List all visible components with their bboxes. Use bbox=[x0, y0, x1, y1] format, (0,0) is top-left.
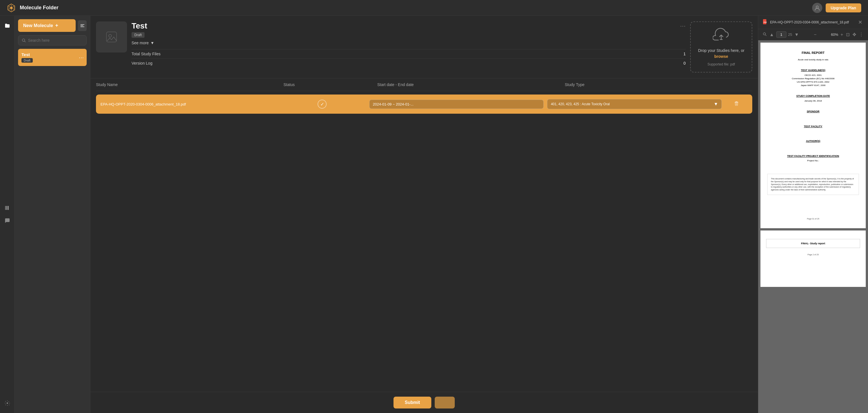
plus-icon: + bbox=[55, 23, 58, 29]
sidebar-item-settings[interactable] bbox=[2, 398, 13, 409]
study-type-text: 401, 420, 423, 425 : Acute Toxicity Oral bbox=[551, 102, 712, 106]
pdf-page-total: 25 bbox=[788, 32, 792, 37]
study-title: Test bbox=[131, 22, 147, 30]
pdf-p1-page-num: Page 01 of 25 bbox=[767, 218, 859, 221]
molecule-name: Test bbox=[22, 52, 83, 57]
pdf-zoom-level: 60% bbox=[831, 32, 838, 37]
chevron-down-icon: ▼ bbox=[151, 41, 154, 45]
pdf-close-button[interactable]: ✕ bbox=[857, 19, 864, 26]
row-filename: EPA-HQ-OPPT-2020-0304-0006_attachment_18… bbox=[100, 102, 275, 106]
pdf-zoom-out-button[interactable]: − bbox=[813, 32, 817, 38]
svg-line-4 bbox=[9, 6, 10, 7]
col-header-status: Status bbox=[283, 83, 377, 87]
study-stats: Total Study Files 1 Version Log 0 bbox=[131, 49, 686, 68]
app-header: Molecule Folder Upgrade Plan bbox=[0, 0, 868, 16]
stat-files-value: 1 bbox=[683, 52, 686, 56]
logo-icon bbox=[7, 3, 16, 12]
dropdown-arrow-icon[interactable]: ▼ bbox=[714, 101, 718, 107]
file-drop-zone[interactable]: Drop your Studies here, or browse Suppor… bbox=[690, 22, 752, 72]
pdf-page-2: FINAL- Study report Page 2 of 25 bbox=[761, 230, 866, 287]
search-input[interactable] bbox=[28, 38, 83, 42]
pdf-file-icon: PDF bbox=[762, 19, 768, 26]
main-layout: New Molecule + Test Draft ⋯ bbox=[0, 16, 868, 413]
svg-point-13 bbox=[22, 39, 25, 41]
sidebar-toggle-button[interactable] bbox=[78, 20, 87, 31]
pdf-p1-completion-heading: STUDY COMPLETION DATE bbox=[767, 94, 859, 98]
molecule-list-item[interactable]: Test Draft ⋯ bbox=[18, 49, 87, 66]
pdf-fit-button[interactable]: ⊡ bbox=[845, 31, 850, 38]
sidebar-item-folder[interactable] bbox=[2, 20, 13, 31]
study-draft-badge: Draft bbox=[131, 32, 145, 38]
pdf-nav-bar: ▲ 25 ▼ − 60% + ⊡ ✥ ⋮ bbox=[758, 29, 868, 40]
pdf-p2-heading: FINAL- Study report bbox=[769, 242, 857, 245]
delete-row-button[interactable] bbox=[725, 101, 748, 107]
pdf-content: FINAL REPORT Acute oral toxicity study i… bbox=[758, 40, 868, 413]
study-header: Test ⋯ Draft See more ▼ Total Study File… bbox=[90, 16, 758, 78]
browse-link[interactable]: browse bbox=[714, 54, 728, 59]
stat-row-version: Version Log 0 bbox=[131, 59, 686, 68]
icon-bar bbox=[0, 16, 15, 413]
header-right: Upgrade Plan bbox=[812, 3, 861, 13]
see-more-button[interactable]: See more ▼ bbox=[131, 41, 154, 45]
pdf-p2-table: FINAL- Study report bbox=[766, 239, 860, 248]
pdf-p1-facility-heading: TEST FACILITY bbox=[767, 125, 859, 129]
stat-version-value: 0 bbox=[683, 61, 686, 65]
pdf-p1-confidential-box: This document contains manufacturing and… bbox=[767, 174, 859, 195]
study-menu-dots[interactable]: ⋯ bbox=[680, 23, 686, 29]
pdf-page-input[interactable] bbox=[776, 31, 786, 38]
row-status: ✓ bbox=[279, 100, 366, 108]
table-header: Study Name Status Start date - End date … bbox=[96, 78, 752, 91]
stat-version-label: Version Log bbox=[131, 61, 152, 65]
cloud-upload-icon bbox=[713, 28, 730, 45]
molecule-menu-dots[interactable]: ⋯ bbox=[79, 55, 84, 61]
status-check-icon: ✓ bbox=[317, 100, 327, 108]
svg-point-9 bbox=[6, 403, 8, 404]
table-row: EPA-HQ-OPPT-2020-0304-0006_attachment_18… bbox=[96, 95, 752, 114]
col-header-type: Study Type bbox=[565, 83, 752, 87]
upgrade-button[interactable]: Upgrade Plan bbox=[826, 3, 861, 12]
pdf-more-options-button[interactable]: ⋮ bbox=[859, 31, 864, 38]
svg-point-20 bbox=[763, 33, 766, 35]
svg-line-7 bbox=[12, 6, 14, 7]
pdf-page-1: FINAL REPORT Acute oral toxicity study i… bbox=[761, 42, 866, 228]
pdf-pan-button[interactable]: ✥ bbox=[852, 31, 857, 38]
pdf-prev-button[interactable]: ▲ bbox=[769, 32, 775, 38]
svg-line-14 bbox=[25, 41, 26, 42]
trash-icon bbox=[734, 101, 739, 106]
pdf-next-button[interactable]: ▼ bbox=[794, 32, 799, 38]
svg-point-16 bbox=[109, 34, 112, 37]
sidebar-item-chat[interactable] bbox=[2, 216, 13, 226]
pdf-viewer-panel: PDF EPA-HQ-OPPT-2020-0304-0006_attachmen… bbox=[758, 16, 868, 413]
study-thumbnail bbox=[96, 22, 127, 53]
pdf-p1-author-heading: AUTHOR(S) bbox=[767, 139, 859, 143]
col-header-name: Study Name bbox=[96, 83, 283, 87]
svg-rect-12 bbox=[81, 27, 84, 27]
supported-file-text: Supported file: pdf bbox=[707, 62, 735, 66]
new-molecule-button[interactable]: New Molecule + bbox=[18, 19, 76, 32]
search-box[interactable] bbox=[18, 35, 87, 45]
left-sidebar: New Molecule + Test Draft ⋯ bbox=[15, 16, 90, 413]
date-range-input[interactable] bbox=[369, 100, 544, 109]
svg-text:PDF: PDF bbox=[764, 22, 767, 23]
extra-action-button[interactable] bbox=[435, 396, 455, 409]
pdf-zoom-in-button[interactable]: + bbox=[840, 32, 844, 38]
svg-rect-11 bbox=[81, 25, 83, 26]
sidebar-item-books[interactable] bbox=[2, 202, 13, 213]
submit-button[interactable]: Submit bbox=[394, 396, 431, 409]
study-table: Study Name Status Start date - End date … bbox=[90, 78, 758, 392]
avatar[interactable] bbox=[812, 3, 822, 13]
pdf-p1-completion-date: January 08, 2018 bbox=[767, 99, 859, 103]
center-panel: Test ⋯ Draft See more ▼ Total Study File… bbox=[90, 16, 758, 413]
svg-line-6 bbox=[9, 8, 10, 9]
study-type-container[interactable]: 401, 420, 423, 425 : Acute Toxicity Oral… bbox=[547, 99, 722, 109]
pdf-p2-page-num: Page 2 of 25 bbox=[766, 254, 860, 256]
pdf-p1-title: FINAL REPORT bbox=[767, 51, 859, 55]
pdf-p1-sponsor-heading: SPONSOR bbox=[767, 110, 859, 114]
svg-rect-10 bbox=[81, 24, 84, 25]
submit-footer: Submit bbox=[90, 392, 758, 413]
pdf-search-button[interactable] bbox=[762, 32, 767, 38]
pdf-p1-project-heading: TEST FACILITY PROJECT IDENTIFICATION bbox=[767, 154, 859, 158]
svg-rect-15 bbox=[106, 32, 117, 42]
row-date-container[interactable] bbox=[369, 100, 544, 109]
see-more-label: See more bbox=[131, 41, 149, 45]
